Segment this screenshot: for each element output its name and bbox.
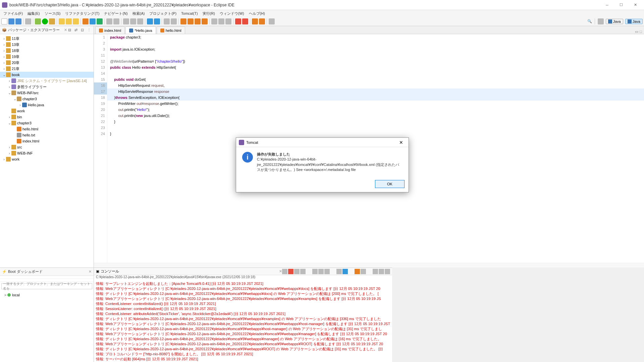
- remove-all-icon[interactable]: [294, 269, 300, 274]
- ext-tool-icon[interactable]: [83, 18, 89, 24]
- tool-icon[interactable]: [202, 18, 208, 24]
- tree-item[interactable]: ›19章: [0, 54, 94, 60]
- word-wrap-icon[interactable]: [324, 269, 330, 274]
- new-class-icon[interactable]: [90, 18, 96, 24]
- tool-icon[interactable]: [154, 18, 160, 24]
- tomcat-restart-icon[interactable]: [73, 18, 79, 24]
- package-explorer-tree[interactable]: ›11章›13章›18章›19章›20章›21章⌄book›JRE システム・ラ…: [0, 34, 94, 267]
- minimize-editor-icon[interactable]: ▭: [635, 29, 638, 34]
- tool-icon[interactable]: [195, 18, 201, 24]
- tree-item[interactable]: ⌄WEB-INF/src: [0, 90, 94, 96]
- boot-local-item[interactable]: > local: [1, 292, 92, 298]
- menu-item[interactable]: ヘルプ(H): [247, 10, 267, 17]
- close-view-icon[interactable]: ✕: [64, 28, 67, 32]
- tool-icon[interactable]: [25, 18, 31, 24]
- tree-item[interactable]: ›JRE システム・ライブラリー [JavaSE-14]: [0, 78, 94, 84]
- tool-icon[interactable]: [123, 18, 129, 24]
- terminate-icon[interactable]: [288, 269, 293, 274]
- tree-item[interactable]: index.html: [0, 138, 94, 144]
- tomcat-stop-icon[interactable]: [66, 18, 72, 24]
- boot-search-input[interactable]: 一致するタグ、プロジェクト、またはワーキング・セット名を: [1, 283, 92, 289]
- tree-item[interactable]: ›13章: [0, 42, 94, 48]
- display-console-icon[interactable]: [342, 269, 348, 274]
- run-icon[interactable]: [42, 18, 48, 24]
- debug-icon[interactable]: [35, 18, 41, 24]
- tomcat-start-icon[interactable]: [59, 18, 65, 24]
- tree-item[interactable]: ›20章: [0, 60, 94, 66]
- tool-icon[interactable]: [187, 18, 194, 24]
- tree-item[interactable]: ›bin: [0, 114, 94, 120]
- pin-console-icon[interactable]: [336, 269, 342, 274]
- tool-icon[interactable]: [218, 18, 224, 24]
- perspective-java[interactable]: Java: [606, 19, 623, 24]
- search-icon[interactable]: [113, 18, 119, 24]
- new-icon[interactable]: [1, 18, 7, 24]
- menu-item[interactable]: ソース(S): [43, 10, 63, 17]
- open-perspective-icon[interactable]: [598, 18, 604, 24]
- tool-icon[interactable]: [164, 18, 170, 24]
- view-menu-icon[interactable]: ⋮: [86, 27, 92, 33]
- tool-icon[interactable]: [130, 18, 136, 24]
- remove-icon[interactable]: [300, 269, 306, 274]
- tool-icon[interactable]: [147, 18, 153, 24]
- menu-item[interactable]: ファイル(F): [1, 10, 25, 17]
- console-tool-icon[interactable]: [373, 269, 378, 274]
- save-icon[interactable]: [8, 18, 14, 24]
- tree-item[interactable]: hello.txt: [0, 132, 94, 138]
- tree-item[interactable]: ›Hello.java: [0, 102, 94, 108]
- editor-tab[interactable]: index.html: [95, 26, 125, 34]
- tree-item[interactable]: ›WEB-INF: [0, 150, 94, 156]
- open-console-icon[interactable]: [355, 269, 360, 274]
- forward-icon[interactable]: [259, 18, 265, 24]
- tree-item[interactable]: ⌄book: [0, 72, 94, 78]
- tool-icon[interactable]: [211, 18, 217, 24]
- tree-item[interactable]: ⌄chapter3: [0, 120, 94, 126]
- close-view-icon[interactable]: ✕: [89, 269, 92, 274]
- code-editor[interactable]: 1231112131415161718192021222324 package …: [94, 34, 644, 263]
- back-icon[interactable]: [252, 18, 258, 24]
- perspective-javaee[interactable]: Java: [625, 19, 643, 24]
- console-output[interactable]: 情報: サーブレットエンジンを起動しました：[Apache Tomcat/9.0…: [94, 281, 392, 362]
- editor-tab[interactable]: *Hello.java: [125, 26, 156, 34]
- menu-item[interactable]: 検索(A): [130, 10, 147, 17]
- focus-icon[interactable]: ⊡: [80, 27, 85, 33]
- menu-item[interactable]: 編集(E): [25, 10, 42, 17]
- quick-access-icon[interactable]: 🔍: [587, 19, 592, 23]
- collapse-all-icon[interactable]: ⊟: [67, 27, 72, 33]
- coverage-icon[interactable]: [49, 18, 55, 24]
- tree-item[interactable]: ›21章: [0, 66, 94, 72]
- link-editor-icon[interactable]: ⇄: [73, 27, 79, 33]
- minimize-button[interactable]: ─: [600, 1, 614, 9]
- menu-item[interactable]: プロジェクト(P): [147, 10, 178, 17]
- close-view-icon[interactable]: ✕: [279, 269, 282, 274]
- menu-item[interactable]: Tomcat(T): [179, 11, 200, 16]
- tree-item[interactable]: ›参照ライブラリー: [0, 84, 94, 90]
- tool-icon[interactable]: [171, 18, 177, 24]
- pin-icon[interactable]: [269, 18, 275, 24]
- close-button[interactable]: ✕: [629, 1, 642, 9]
- new-package-icon[interactable]: [97, 18, 103, 24]
- console-tool-icon[interactable]: [282, 269, 287, 274]
- tree-item[interactable]: ⌄chapter3: [0, 96, 94, 102]
- tree-item[interactable]: ›11章: [0, 36, 94, 42]
- save-all-icon[interactable]: [15, 18, 21, 24]
- tree-item[interactable]: hello.html: [0, 126, 94, 132]
- tool-icon[interactable]: [137, 18, 143, 24]
- tool-icon[interactable]: [180, 18, 186, 24]
- menu-item[interactable]: 実行(R): [201, 10, 217, 17]
- tree-item[interactable]: work: [0, 108, 94, 114]
- scroll-lock-icon[interactable]: [318, 269, 324, 274]
- maximize-icon[interactable]: [385, 269, 390, 274]
- console-tool-icon[interactable]: [361, 269, 366, 274]
- menu-item[interactable]: ナビゲート(N): [102, 10, 129, 17]
- tool-icon[interactable]: [225, 18, 231, 24]
- tree-item[interactable]: ›src: [0, 144, 94, 150]
- editor-tab[interactable]: hello.html: [157, 26, 185, 34]
- maximize-editor-icon[interactable]: □: [640, 29, 642, 34]
- tool-icon[interactable]: [242, 18, 248, 24]
- menu-item[interactable]: リファクタリング(T): [63, 10, 101, 17]
- tool-icon[interactable]: [235, 18, 241, 24]
- open-type-icon[interactable]: [106, 18, 112, 24]
- maximize-button[interactable]: ☐: [614, 1, 628, 9]
- clear-console-icon[interactable]: [312, 269, 318, 274]
